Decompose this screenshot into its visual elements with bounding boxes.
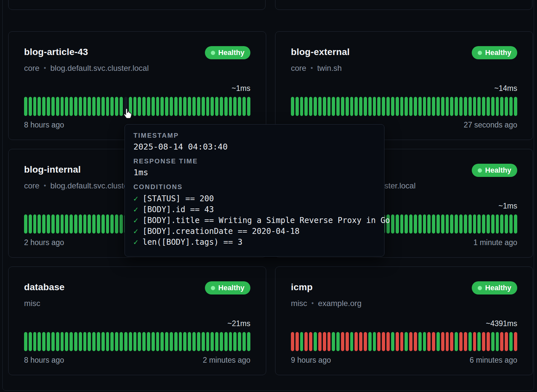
status-bar[interactable] (38, 332, 41, 351)
status-bar[interactable] (242, 332, 246, 351)
status-bar[interactable] (300, 332, 303, 351)
status-bar[interactable] (42, 214, 45, 234)
status-bar[interactable] (437, 332, 440, 351)
status-bar[interactable] (409, 332, 412, 351)
status-bar[interactable] (482, 97, 485, 116)
status-bar[interactable] (432, 214, 435, 234)
status-bar[interactable] (432, 332, 435, 351)
status-bar[interactable] (505, 214, 508, 234)
status-bar[interactable] (364, 97, 367, 116)
status-bar[interactable] (441, 214, 444, 234)
status-bar[interactable] (405, 97, 408, 116)
status-bar[interactable] (188, 97, 191, 116)
status-bar[interactable] (74, 332, 77, 351)
status-bar[interactable] (418, 332, 422, 351)
status-bar[interactable] (183, 97, 186, 116)
status-bar[interactable] (83, 214, 87, 234)
status-bar[interactable] (350, 97, 353, 116)
status-bar[interactable] (61, 214, 64, 234)
status-bar[interactable] (247, 97, 250, 116)
status-bar[interactable] (238, 97, 241, 116)
status-bar[interactable] (174, 97, 178, 116)
status-bar[interactable] (377, 97, 381, 116)
status-bar[interactable] (129, 97, 132, 116)
status-bar[interactable] (377, 332, 381, 351)
status-bar[interactable] (170, 332, 173, 351)
status-bar[interactable] (160, 97, 164, 116)
status-bar[interactable] (47, 332, 50, 351)
status-bar[interactable] (446, 332, 449, 351)
status-bar[interactable] (192, 97, 196, 116)
status-bar[interactable] (418, 214, 422, 234)
status-bar[interactable] (405, 214, 408, 234)
status-bar[interactable] (147, 332, 150, 351)
status-bar[interactable] (97, 214, 100, 234)
status-bar[interactable] (514, 214, 517, 234)
status-bar[interactable] (396, 214, 399, 234)
status-bar[interactable] (373, 97, 376, 116)
status-bar[interactable] (197, 97, 200, 116)
status-bar[interactable] (247, 332, 250, 351)
status-bar[interactable] (215, 97, 218, 116)
status-bar[interactable] (291, 97, 294, 116)
status-bar[interactable] (423, 97, 426, 116)
status-bar[interactable] (354, 97, 358, 116)
status-bar[interactable] (382, 332, 385, 351)
status-bar[interactable] (332, 97, 335, 116)
status-bar[interactable] (229, 332, 232, 351)
status-bar[interactable] (88, 97, 91, 116)
status-bar[interactable] (79, 214, 82, 234)
endpoint-card-icmp[interactable]: icmp Healthy misc • example.org ~4391ms … (275, 266, 533, 375)
status-bar[interactable] (354, 332, 358, 351)
status-bar[interactable] (309, 332, 312, 351)
status-bar[interactable] (138, 97, 141, 116)
status-bar[interactable] (473, 332, 476, 351)
status-bar[interactable] (405, 332, 408, 351)
status-bar[interactable] (487, 332, 490, 351)
status-bar[interactable] (124, 332, 127, 351)
status-bar[interactable] (477, 97, 481, 116)
status-bar[interactable] (24, 97, 27, 116)
status-bar[interactable] (211, 332, 214, 351)
status-bar[interactable] (304, 332, 308, 351)
status-bar[interactable] (450, 97, 453, 116)
status-bar[interactable] (386, 332, 390, 351)
status-bar[interactable] (47, 214, 50, 234)
status-bar[interactable] (38, 214, 41, 234)
status-bar[interactable] (179, 332, 182, 351)
status-bar[interactable] (29, 332, 32, 351)
status-bar[interactable] (79, 332, 82, 351)
status-bar[interactable] (183, 332, 186, 351)
status-bar[interactable] (224, 97, 228, 116)
status-bar[interactable] (101, 214, 105, 234)
status-bar[interactable] (487, 214, 490, 234)
status-bar[interactable] (88, 332, 91, 351)
status-bar[interactable] (359, 97, 362, 116)
status-bar[interactable] (318, 97, 322, 116)
status-bar[interactable] (70, 97, 73, 116)
status-bar[interactable] (296, 332, 299, 351)
status-bar[interactable] (464, 214, 467, 234)
status-bar[interactable] (514, 332, 517, 351)
status-bar[interactable] (47, 97, 50, 116)
status-bar[interactable] (400, 97, 404, 116)
status-bar[interactable] (468, 332, 472, 351)
status-bar[interactable] (70, 214, 73, 234)
status-bar[interactable] (500, 97, 503, 116)
status-bar[interactable] (409, 214, 412, 234)
status-bar[interactable] (496, 332, 499, 351)
status-bar[interactable] (468, 97, 472, 116)
status-bar[interactable] (459, 214, 463, 234)
status-bar[interactable] (188, 332, 191, 351)
status-bar[interactable] (74, 214, 77, 234)
status-bar[interactable] (29, 214, 32, 234)
status-bar[interactable] (51, 332, 55, 351)
status-bar[interactable] (455, 332, 458, 351)
status-bar[interactable] (414, 332, 417, 351)
status-bar[interactable] (165, 97, 168, 116)
status-bar[interactable] (202, 97, 205, 116)
status-bar[interactable] (409, 97, 412, 116)
status-bar[interactable] (473, 214, 476, 234)
status-bar[interactable] (341, 332, 344, 351)
status-bar[interactable] (229, 97, 232, 116)
